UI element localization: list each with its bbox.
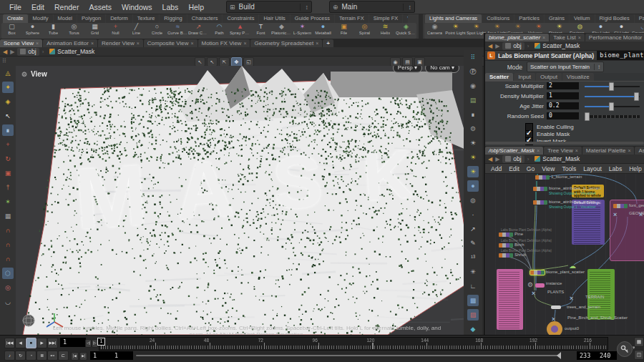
pane-tab-close-icon[interactable]: × [36, 39, 39, 47]
nav-forward-icon[interactable]: ▶ [495, 43, 499, 49]
menu-file[interactable]: File [4, 3, 26, 11]
node-output0[interactable] [547, 321, 562, 335]
pane-tab-geometry-spreadsheet[interactable]: Geometry Spreadsheet× [250, 39, 322, 47]
shelf-tool-draw-curve[interactable]: ↗Draw Curve [188, 23, 209, 39]
pane-tab-take-list[interactable]: Take List× [550, 34, 585, 41]
global-start-field[interactable]: 1 [90, 351, 112, 360]
node-geometry_mask[interactable]: × [613, 212, 617, 217]
shelf-tab-rigging[interactable]: Rigging [160, 14, 186, 23]
menu-help[interactable]: Help [183, 3, 209, 11]
menu-edit[interactable]: Edit [26, 3, 49, 11]
path-root-chip[interactable]: obj [502, 155, 524, 163]
shelf-tool-file[interactable]: ▣File [333, 23, 354, 39]
prev-key-button[interactable]: ◁| [85, 339, 92, 348]
node-trees_and_terrain[interactable] [551, 305, 561, 309]
dopesheet-button[interactable]: ≣ [36, 351, 47, 361]
pane-tab-close-icon[interactable]: × [628, 147, 630, 155]
net-menu-tools[interactable]: Tools [559, 165, 579, 172]
pane-tab-tree-view[interactable]: Tree View× [544, 147, 582, 155]
nav-forward-icon[interactable]: ▶ [495, 156, 499, 162]
global-end-field[interactable]: 240 [597, 351, 617, 360]
shelf-tab-deform[interactable]: Deform [106, 14, 132, 23]
net-menu-view[interactable]: View [539, 165, 557, 172]
edit-grid-icon[interactable]: ▦ [2, 210, 14, 222]
pane-tab-close-icon[interactable]: × [578, 34, 581, 41]
shelf-tab-texture[interactable]: Texture [133, 14, 160, 23]
current-frame-field[interactable]: 1 [60, 338, 86, 347]
pane-tab-biome_plant_scatter[interactable]: biome_plant_scatter× [485, 34, 549, 41]
parm-tab-visualize[interactable]: Visualize [562, 73, 594, 81]
node-instance[interactable]: ⚙ [527, 282, 533, 288]
menu-labs[interactable]: Labs [157, 3, 184, 11]
volatile-view-icon[interactable]: ◬ [2, 67, 14, 79]
current-frame-marker[interactable]: 1 [97, 338, 105, 346]
pane-tab-motion-fx-view[interactable]: Motion FX View× [198, 39, 250, 47]
path-node-chip[interactable]: Scatter_Mask [532, 155, 582, 163]
scene-viewport[interactable]: ⚙ View Persp ▾ No cam ▾ Left mouse tumbl… [16, 66, 464, 335]
shelf-tab-collisions[interactable]: Collisions [482, 14, 514, 23]
shelf-tool-spiral[interactable]: ◎Spiral [354, 23, 375, 39]
shelf-tool-path[interactable]: ◠Path [209, 23, 230, 39]
shelf-tool-line[interactable]: ╱Line [126, 23, 147, 39]
net-menu-labs[interactable]: Labs [606, 165, 625, 172]
parm-tab-input[interactable]: Input [514, 73, 535, 81]
node-unnamed[interactable]: ☁ [569, 263, 576, 269]
shelf-tab-model[interactable]: Model [54, 14, 77, 23]
timeline-ruler[interactable]: 244872961201441681922161 [99, 337, 608, 351]
node-pine[interactable] [499, 233, 513, 237]
shelf-tab-polygon[interactable]: Polygon [77, 14, 105, 23]
shelf-tool-quick-shapes[interactable]: ◈Quick Shapes [396, 23, 416, 39]
toolbar-drag-handle-icon[interactable]: ⠿ [0, 58, 9, 64]
display-points-icon[interactable]: · [467, 209, 479, 220]
display-normals-icon[interactable]: ↗ [467, 223, 479, 235]
snap-points-icon[interactable]: ∩ [2, 225, 14, 236]
parm-value-field[interactable]: 0 [547, 112, 579, 119]
shelf-tab-grains[interactable]: Grains [545, 14, 569, 23]
fast-forward-button[interactable]: ▶▶| [47, 338, 58, 348]
disable-image-icon[interactable]: ▨ [467, 309, 479, 321]
shelf-tool-metaball[interactable]: ●Metaball [313, 23, 333, 39]
camera-selector[interactable]: No cam ▾ [425, 66, 459, 73]
slider-knob[interactable] [585, 112, 590, 121]
shelf-tool-spray-paint[interactable]: ▲Spray Paint [230, 23, 250, 39]
world-up-gizmo-icon[interactable] [21, 313, 36, 328]
material-shading-icon[interactable]: ◍ [467, 195, 479, 206]
view-options-icon[interactable]: ⚙ [467, 123, 479, 134]
loop-mode-button[interactable]: ↻ [15, 351, 26, 361]
pane-tab-close-icon[interactable]: × [575, 147, 578, 155]
prev-frame-button[interactable]: ◀ [15, 338, 26, 348]
view-menu[interactable]: ⚙ View [21, 70, 47, 78]
network-overview-icon[interactable]: ⠿ [467, 52, 479, 63]
parm-value-field[interactable]: 2 [547, 82, 579, 89]
point-numbers-icon[interactable]: ¹³ [467, 252, 479, 263]
shelf-tool-platonic-solids[interactable]: ◆Platonic Solids [271, 23, 292, 39]
range-start-button[interactable]: |◀ [71, 352, 79, 361]
shelf-tool-l-system[interactable]: ✶L-System [292, 23, 313, 39]
parm-slider[interactable] [585, 102, 640, 109]
shelf-tab-rigid-bodies[interactable]: Rigid Bodies [595, 14, 634, 23]
menu-render[interactable]: Render [49, 3, 84, 11]
mode-dropdown[interactable]: Scatter on Input Terrain ↕ [527, 62, 604, 72]
shelf-tab-terrain-fx[interactable]: Terrain FX [335, 14, 369, 23]
pane-tab--obj-scatter_mask[interactable]: /obj/Scatter_Mask× [485, 147, 543, 155]
shelf-tab-characters[interactable]: Characters [187, 14, 223, 23]
camera-view-icon[interactable]: ◉ [467, 80, 479, 92]
shelf-tab-create[interactable]: Create [3, 14, 28, 23]
shelf-tab-simple-fx[interactable]: Simple FX [369, 14, 403, 23]
slider-knob[interactable] [634, 92, 639, 101]
shelf-tool-camera[interactable]: ◉Camera [424, 23, 445, 39]
translate-tool-icon[interactable]: + [2, 139, 14, 150]
pane-tab-performance-monitor[interactable]: Performance Monitor× [585, 34, 644, 41]
parm-value-field[interactable]: 0.2 [547, 102, 579, 109]
radial-menu-icon[interactable]: ◡ [2, 296, 14, 308]
layout-icon[interactable]: ▤ [467, 94, 479, 106]
node-font_geo[interactable] [613, 204, 628, 208]
net-menu-help[interactable]: Help [626, 165, 644, 172]
shelf-tab-volume[interactable]: Volume [403, 14, 408, 23]
hud-icon[interactable]: ◆ [467, 323, 479, 335]
shelf-tool-helix[interactable]: ≋Helix [375, 23, 396, 39]
node-plants[interactable]: × [532, 290, 535, 296]
parm-tab-scatter[interactable]: Scatter [485, 73, 513, 81]
node-biome_attributes_evolve[interactable] [533, 200, 547, 205]
node-name-field[interactable]: biome_plant_scatter [597, 51, 644, 60]
